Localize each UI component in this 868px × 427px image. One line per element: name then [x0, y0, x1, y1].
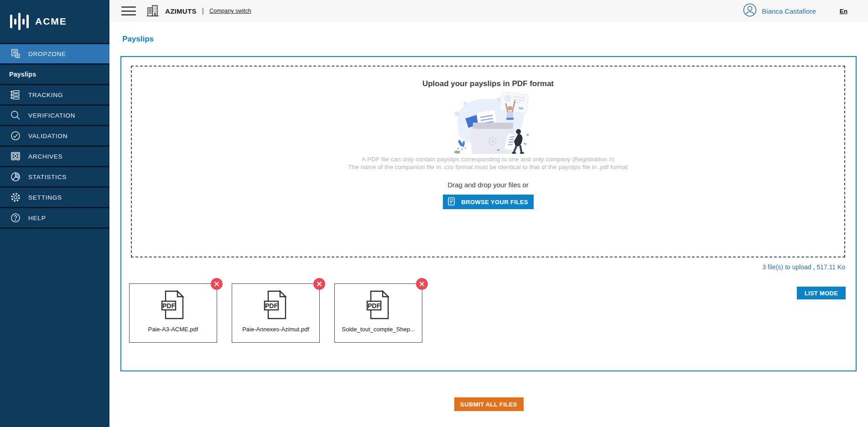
sidebar-item-help[interactable]: HELP — [0, 208, 109, 229]
check-circle-icon — [9, 130, 21, 141]
language-selector[interactable]: En — [840, 8, 847, 15]
tracking-list-icon — [9, 89, 21, 100]
sidebar-item-label: VALIDATION — [28, 133, 68, 139]
company-name: AZIMUTS — [165, 7, 197, 15]
upload-summary: 3 file(s) to upload , 517.11 Ko — [121, 263, 845, 271]
dropzone-note-line1: A PDF file can only contain payslips cor… — [362, 156, 614, 164]
pie-chart-icon — [9, 171, 21, 182]
summary-separator: , — [811, 263, 817, 271]
sidebar-item-verification[interactable]: VERIFICATION — [0, 106, 109, 126]
file-card[interactable]: PDF Solde_tout_compte_Shep... — [334, 283, 422, 343]
document-icon — [448, 197, 455, 207]
files-row: PDF Paie-A3-ACME.pdf PDF Paie-Annexes-Az… — [129, 283, 846, 343]
file-name: Solde_tout_compte_Shep... — [342, 326, 415, 333]
safe-icon — [9, 151, 21, 162]
sidebar: ACME DROPZONE Payslips TRACKING — [0, 0, 109, 427]
dropzone-title: Upload your payslips in PDF format — [422, 79, 554, 88]
upload-count: 3 file(s) to upload — [762, 263, 811, 271]
topbar: AZIMUTS | Company switch Bianca Castafio… — [109, 0, 868, 22]
pdf-file-icon: PDF — [261, 289, 291, 321]
sidebar-item-label: STATISTICS — [28, 174, 67, 180]
sidebar-item-archives[interactable]: ARCHIVES — [0, 147, 109, 167]
company-building-icon — [146, 4, 160, 18]
drag-drop-label: Drag and drop your files or — [447, 181, 529, 189]
magnifier-icon — [9, 110, 21, 121]
main-content: Payslips Upload your payslips in PDF for… — [109, 0, 868, 411]
hamburger-menu-icon[interactable] — [121, 6, 136, 15]
sidebar-item-label: TRACKING — [28, 92, 63, 98]
file-name: Paie-A3-ACME.pdf — [148, 326, 198, 333]
sidebar-item-tracking[interactable]: TRACKING — [0, 85, 109, 106]
acme-logo: ACME — [0, 0, 109, 44]
upload-size: 517.11 Ko — [816, 263, 845, 271]
sidebar-item-payslips[interactable]: Payslips — [0, 65, 109, 85]
remove-file-icon[interactable] — [416, 278, 428, 290]
submit-row: SUBMIT ALL FILES — [109, 397, 868, 411]
topbar-right: Bianca Castafiore En — [743, 3, 847, 19]
remove-file-icon[interactable] — [211, 278, 223, 290]
document-add-icon — [9, 48, 21, 59]
page-title: Payslips — [122, 35, 868, 44]
sidebar-item-statistics[interactable]: STATISTICS — [0, 167, 109, 188]
acme-logo-text: ACME — [35, 16, 67, 27]
gear-icon — [9, 192, 21, 203]
svg-text:PDF: PDF — [265, 302, 278, 309]
user-name[interactable]: Bianca Castafiore — [762, 7, 816, 15]
company-switch-link[interactable]: Company switch — [209, 8, 251, 14]
file-name: Paie-Annexes-Azimut.pdf — [242, 326, 309, 333]
sidebar-item-validation[interactable]: VALIDATION — [0, 126, 109, 147]
file-card[interactable]: PDF Paie-Annexes-Azimut.pdf — [232, 283, 320, 343]
browse-files-button[interactable]: BROWSE YOUR FILES — [443, 195, 534, 209]
list-mode-button[interactable]: LIST MODE — [797, 287, 846, 299]
sidebar-item-settings[interactable]: SETTINGS — [0, 188, 109, 208]
svg-text:PDF: PDF — [368, 302, 380, 309]
dropzone-note-line2: The name of the companion file in .csv f… — [348, 164, 628, 171]
browse-files-label: BROWSE YOUR FILES — [461, 199, 528, 206]
pdf-file-icon: PDF — [364, 289, 393, 321]
pdf-file-icon: PDF — [159, 289, 188, 321]
sidebar-item-dropzone[interactable]: DROPZONE — [0, 44, 109, 65]
sidebar-item-label: VERIFICATION — [28, 112, 75, 119]
file-card[interactable]: PDF Paie-A3-ACME.pdf — [129, 283, 217, 343]
sidebar-item-label: SETTINGS — [28, 194, 62, 201]
submit-all-files-button[interactable]: SUBMIT ALL FILES — [454, 397, 524, 411]
question-icon — [9, 212, 21, 223]
sidebar-item-label: ARCHIVES — [28, 153, 62, 160]
sidebar-item-label: Payslips — [9, 71, 36, 78]
remove-file-icon[interactable] — [313, 278, 325, 290]
user-avatar-icon[interactable] — [743, 3, 757, 19]
header-divider: | — [202, 7, 204, 15]
file-dropzone[interactable]: Upload your payslips in PDF format — [131, 66, 845, 257]
svg-text:PDF: PDF — [162, 302, 175, 309]
upload-panel: Upload your payslips in PDF format — [120, 56, 857, 371]
acme-logo-bars-icon — [10, 13, 29, 30]
sidebar-item-label: HELP — [28, 215, 46, 221]
sidebar-item-label: DROPZONE — [28, 51, 66, 57]
upload-illustration — [443, 90, 533, 156]
